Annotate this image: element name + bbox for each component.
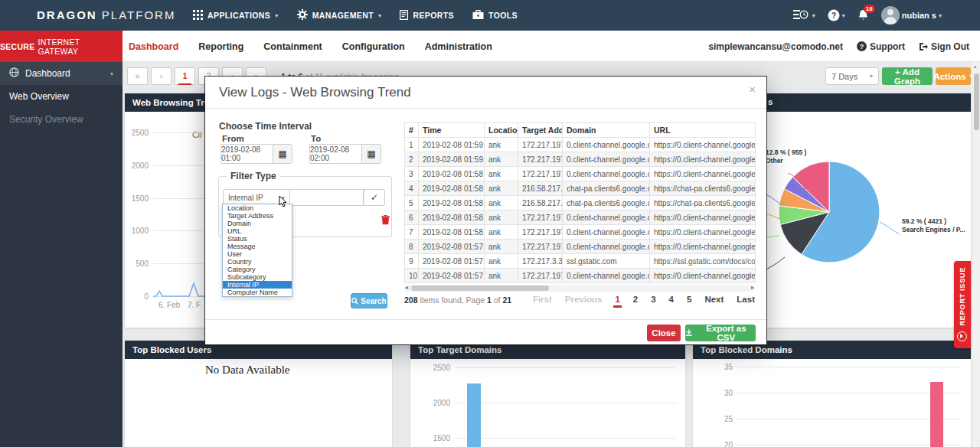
page-link-2[interactable]: 2 (633, 295, 638, 304)
pager-button[interactable]: « (127, 67, 148, 85)
table-row[interactable]: 62019-02-08 01:58:27ank172.217.197.1890.… (405, 210, 756, 225)
column-header[interactable]: Location (485, 123, 518, 138)
column-header[interactable]: Domain (563, 123, 650, 138)
actions-button[interactable]: Actions▾ (936, 67, 971, 85)
table-row[interactable]: 102019-02-08 01:57:11ank172.217.197.1890… (405, 269, 756, 283)
sidebar-item-web-overview[interactable]: Web Overview (0, 85, 122, 108)
pager-button[interactable]: 1 (175, 67, 195, 85)
apply-filter-button[interactable]: ✓ (364, 189, 385, 206)
scrollbar-thumb[interactable] (974, 73, 979, 130)
search-label: Search (361, 297, 386, 305)
top-menu-item-reports[interactable]: REPORTS (400, 10, 454, 21)
calendar-icon[interactable]: ▦ (361, 144, 381, 164)
activity-menu-button[interactable]: ▾ (793, 9, 815, 21)
nav-item-reporting[interactable]: Reporting (198, 41, 243, 52)
filter-option-computer-name[interactable]: Computer Name (223, 289, 292, 296)
column-header[interactable]: Target Address (518, 123, 563, 138)
table-cell: 0.client-channel.google.com (563, 210, 650, 225)
page-link-next[interactable]: Next (704, 295, 724, 304)
page-scrollbar[interactable]: ▴ (972, 62, 980, 447)
bar-chart[interactable]: 35302520 (693, 359, 971, 447)
table-cell: ank (485, 240, 518, 254)
filter-option-target-address[interactable]: Target Address (223, 212, 292, 220)
report-issue-icon (957, 331, 967, 341)
page-link-5[interactable]: 5 (687, 295, 691, 304)
filter-type-legend: Filter Type (227, 171, 280, 181)
table-cell: 2 (405, 152, 419, 167)
table-row[interactable]: 32019-02-08 01:58:51ank172.217.197.1890.… (405, 167, 756, 181)
question-icon: ? (857, 41, 867, 51)
sidebar-item-dashboard[interactable]: Dashboard▾ (0, 62, 122, 85)
table-cell: 2019-02-08 01:57:35 (419, 254, 485, 269)
export-csv-button[interactable]: Export as CSV (685, 325, 756, 341)
filter-option-user[interactable]: User (223, 250, 292, 258)
filter-option-subcategory[interactable]: Subcategory (223, 273, 292, 281)
user-menu-button[interactable]: nubian s ▾ (881, 6, 942, 24)
page-link-3[interactable]: 3 (651, 295, 655, 304)
table-row[interactable]: 52019-02-08 01:58:42ank216.58.217.106cha… (405, 196, 756, 210)
search-button[interactable]: Search (351, 293, 387, 308)
sidebar-item-security-overview[interactable]: Security Overview (0, 108, 122, 131)
bar[interactable] (467, 383, 481, 447)
column-header[interactable]: # (405, 123, 419, 138)
filter-option-domain[interactable]: Domain (223, 220, 292, 227)
report-icon (400, 10, 408, 21)
pager-button[interactable]: ‹ (151, 67, 172, 85)
page-link-1[interactable]: 1 (615, 295, 619, 304)
filter-option-country[interactable]: Country (223, 258, 292, 266)
table-horizontal-scrollbar[interactable]: ◂ ▸ (404, 285, 755, 292)
gridline (455, 438, 676, 439)
calendar-icon[interactable]: ▦ (273, 144, 292, 164)
table-cell: chat-pa.clients6.google.com (563, 196, 650, 210)
top-menu-item-management[interactable]: MANAGEMENT▾ (297, 9, 382, 21)
support-link[interactable]: ?Support (857, 41, 905, 52)
scroll-left-icon[interactable]: ◂ (405, 284, 408, 291)
results-of: of (492, 295, 503, 305)
scroll-right-icon[interactable]: ▸ (751, 284, 754, 291)
bar[interactable] (930, 382, 943, 447)
table-cell: 10 (405, 269, 419, 283)
filter-option-internal-ip[interactable]: Internal IP (223, 281, 292, 289)
table-row[interactable]: 72019-02-08 01:58:01ank172.217.197.1890.… (405, 225, 756, 240)
scrollbar-thumb[interactable] (411, 285, 549, 291)
scroll-up-icon[interactable]: ▴ (974, 64, 977, 70)
table-row[interactable]: 42019-02-08 01:58:43ank216.58.217.106cha… (405, 181, 756, 196)
from-datetime-input[interactable]: 2019-02-08 01:00 (220, 144, 273, 164)
column-header[interactable]: URL (650, 123, 756, 138)
filter-option-category[interactable]: Category (223, 266, 292, 273)
nav-item-containment[interactable]: Containment (263, 41, 322, 52)
table-row[interactable]: 82019-02-08 01:57:36ank172.217.197.1890.… (405, 240, 756, 254)
help-menu-button[interactable]: ? ▾ (828, 9, 845, 21)
nav-item-dashboard[interactable]: Dashboard (129, 41, 178, 52)
delete-filter-icon[interactable] (381, 215, 390, 225)
report-issue-button[interactable]: REPORT ISSUE (954, 261, 971, 348)
table-row[interactable]: 12019-02-08 01:59:42ank172.217.197.1890.… (405, 138, 756, 152)
period-select[interactable]: 7 Days▾ (825, 67, 879, 85)
nav-item-administration[interactable]: Administration (425, 41, 492, 52)
table-row[interactable]: 22019-02-08 01:59:17ank172.217.197.1890.… (405, 152, 756, 167)
close-button[interactable]: Close (647, 325, 681, 341)
signout-link[interactable]: Sign Out (919, 41, 969, 52)
apps-grid-icon (193, 10, 203, 21)
bar-chart[interactable]: 250020001500 (410, 359, 685, 447)
to-datetime-input[interactable]: 2019-02-08 02:00 (309, 144, 361, 164)
brand-logo[interactable]: DRAGON PLATFORM (37, 8, 175, 21)
filter-option-url[interactable]: URL (223, 227, 292, 235)
add-graph-button[interactable]: + Add Graph (882, 67, 933, 85)
close-icon[interactable]: × (749, 83, 756, 96)
filter-value-input[interactable] (290, 189, 364, 206)
filter-option-message[interactable]: Message (223, 243, 292, 250)
nav-item-configuration[interactable]: Configuration (342, 41, 405, 52)
top-menu-item-tools[interactable]: TOOLS (472, 10, 518, 21)
notifications-button[interactable]: 18 (858, 9, 869, 21)
top-navbar: DRAGON PLATFORM APPLICATIONS▾MANAGEMENT▾… (0, 0, 980, 31)
column-header[interactable]: Time (419, 123, 485, 138)
table-cell: 2019-02-08 01:58:43 (419, 181, 485, 196)
table-cell: 172.217.197.189 (518, 210, 563, 225)
table-row[interactable]: 92019-02-08 01:57:35ank172.217.3.35ssl.g… (405, 254, 756, 269)
filter-option-status[interactable]: Status (223, 235, 292, 243)
page-link-last[interactable]: Last (737, 295, 755, 304)
page-link-4[interactable]: 4 (669, 295, 674, 304)
top-menu-item-applications[interactable]: APPLICATIONS▾ (193, 10, 279, 21)
table-cell: ssl.gstatic.com (563, 254, 650, 269)
